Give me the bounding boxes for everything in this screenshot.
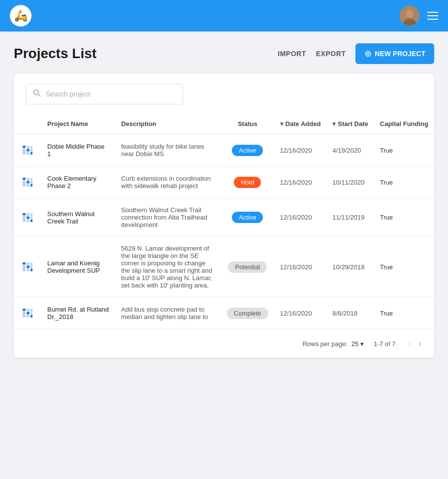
search-input[interactable]: [46, 90, 176, 98]
col-project-name: Project Name: [41, 114, 115, 134]
plus-icon: ⊕: [364, 48, 372, 59]
status-badge: Hold: [234, 177, 261, 188]
svg-rect-8: [27, 149, 30, 151]
table-row[interactable]: Lamar and Koenig Development SUP 5629 N.…: [14, 237, 434, 297]
avatar[interactable]: [400, 6, 419, 26]
search-box[interactable]: [26, 84, 183, 104]
table-body: Dobie Middle Phase 1 feasibility study f…: [14, 134, 434, 329]
row-date-added: 12/16/2020: [274, 166, 327, 198]
row-date-added: 12/16/2020: [274, 297, 327, 329]
table-header: Project Name Description Status ▾Date Ad…: [14, 114, 434, 134]
row-description: Add bus stop concrete pad to median and …: [115, 297, 221, 329]
svg-rect-14: [27, 181, 30, 183]
row-start-date: 4/19/2020: [326, 134, 374, 166]
row-icon-cell: [14, 297, 41, 329]
project-icon: [20, 174, 35, 190]
row-icon-cell: [14, 134, 41, 166]
col-description: Description: [115, 114, 221, 134]
hamburger-menu[interactable]: [427, 12, 438, 20]
svg-rect-18: [23, 213, 26, 215]
row-description: Curb extensions in coordination with sid…: [115, 166, 221, 198]
svg-rect-16: [31, 184, 32, 187]
svg-rect-34: [31, 315, 32, 318]
row-project-name: Burnet Rd. at Rutland Dr._2018: [41, 297, 115, 329]
svg-point-1: [406, 10, 414, 18]
project-icon: [20, 259, 35, 275]
export-button[interactable]: EXPORT: [316, 50, 346, 58]
row-description: Southern Walnut Creek Trail connection f…: [115, 198, 221, 237]
prev-page-button[interactable]: ‹: [405, 337, 414, 350]
status-badge: Complete: [227, 308, 268, 319]
avatar-image: [400, 6, 419, 26]
svg-rect-26: [27, 266, 30, 268]
projects-table-wrap: Project Name Description Status ▾Date Ad…: [14, 114, 434, 329]
svg-rect-24: [23, 262, 26, 264]
projects-card: Project Name Description Status ▾Date Ad…: [14, 74, 434, 358]
app-header: 🛵: [0, 0, 448, 32]
status-badge: Active: [232, 212, 263, 223]
rows-per-page-container: Rows per page: 25 ▾: [303, 340, 364, 348]
row-start-date: 10/11/2020: [326, 166, 374, 198]
rows-per-page-label: Rows per page:: [303, 340, 348, 348]
import-button[interactable]: IMPORT: [278, 50, 306, 58]
row-project-name: Dobie Middle Phase 1: [41, 134, 115, 166]
project-icon: [20, 210, 35, 225]
search-container: [14, 74, 434, 114]
row-icon-cell: [14, 166, 41, 198]
row-start-date: 11/11/2019: [326, 198, 374, 237]
page-title: Projects List: [14, 46, 96, 62]
row-description: feasibility study for bike lanes near Do…: [115, 134, 221, 166]
row-start-date: 10/29/2018: [326, 237, 374, 297]
row-date-added: 12/16/2020: [274, 198, 327, 237]
sort-date-added-icon: ▾: [280, 120, 284, 128]
page-info: 1-7 of 7: [374, 340, 395, 348]
svg-rect-32: [27, 312, 30, 314]
svg-rect-20: [27, 217, 30, 219]
page-navigation: ‹ ›: [405, 337, 424, 350]
col-date-added[interactable]: ▾Date Added: [274, 114, 327, 134]
header-right: [400, 6, 438, 26]
main-content: Projects List IMPORT EXPORT ⊕ NEW PROJEC…: [0, 32, 448, 370]
col-capital-funding: Capital Funding: [374, 114, 434, 134]
row-capital-funding: True: [374, 166, 434, 198]
row-status-cell: Active: [221, 134, 274, 166]
svg-rect-10: [31, 152, 32, 155]
row-icon-cell: [14, 237, 41, 297]
status-badge: Active: [232, 145, 263, 156]
new-project-button[interactable]: ⊕ NEW PROJECT: [355, 43, 434, 64]
hamburger-line-2: [427, 15, 438, 16]
row-capital-funding: True: [374, 297, 434, 329]
rows-per-page-value: 25: [352, 340, 358, 348]
row-capital-funding: True: [374, 198, 434, 237]
row-status-cell: Potential: [221, 237, 274, 297]
row-date-added: 12/16/2020: [274, 134, 327, 166]
row-status-cell: Active: [221, 198, 274, 237]
hamburger-line-3: [427, 19, 438, 20]
title-row: Projects List IMPORT EXPORT ⊕ NEW PROJEC…: [14, 43, 434, 64]
col-icon: [14, 114, 41, 134]
title-actions: IMPORT EXPORT ⊕ NEW PROJECT: [278, 43, 434, 64]
row-status-cell: Hold: [221, 166, 274, 198]
row-capital-funding: True: [374, 134, 434, 166]
table-row[interactable]: Southern Walnut Creek Trail Southern Wal…: [14, 198, 434, 237]
status-badge: Potential: [228, 261, 267, 273]
table-row[interactable]: Dobie Middle Phase 1 feasibility study f…: [14, 134, 434, 166]
project-icon: [20, 142, 35, 158]
row-date-added: 12/16/2020: [274, 237, 327, 297]
hamburger-line-1: [427, 12, 438, 13]
pagination: Rows per page: 25 ▾ 1-7 of 7 ‹ ›: [14, 329, 434, 358]
row-project-name: Lamar and Koenig Development SUP: [41, 237, 115, 297]
row-start-date: 8/6/2018: [326, 297, 374, 329]
logo-icon: 🛵: [14, 9, 28, 22]
table-row[interactable]: Burnet Rd. at Rutland Dr._2018 Add bus s…: [14, 297, 434, 329]
svg-rect-28: [31, 269, 32, 271]
row-project-name: Southern Walnut Creek Trail: [41, 198, 115, 237]
row-icon-cell: [14, 198, 41, 237]
logo[interactable]: 🛵: [10, 5, 32, 27]
search-icon: [33, 89, 41, 99]
next-page-button[interactable]: ›: [416, 337, 424, 350]
rows-per-page-select[interactable]: 25 ▾: [352, 340, 364, 348]
svg-line-4: [38, 95, 40, 96]
table-row[interactable]: Cook Elementary Phase 2 Curb extensions …: [14, 166, 434, 198]
col-start-date[interactable]: ▾Start Date: [326, 114, 374, 134]
